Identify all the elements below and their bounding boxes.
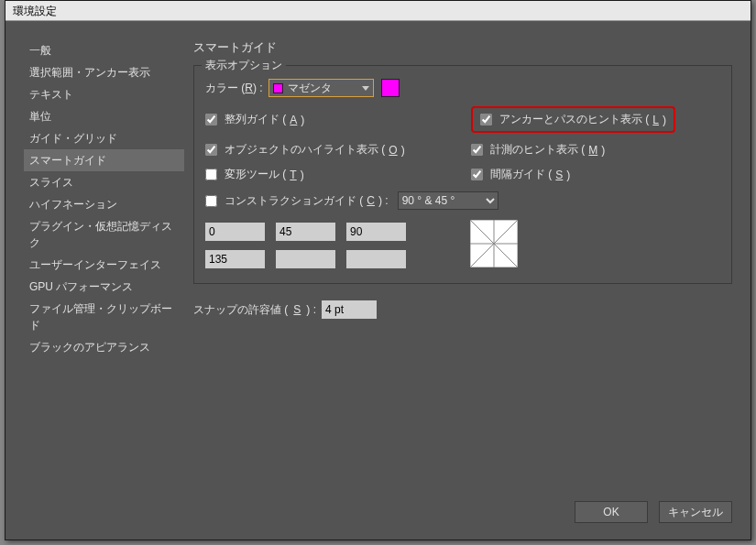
sidebar-item-gpu[interactable]: GPU パフォーマンス bbox=[24, 276, 184, 298]
color-combo-value: マゼンタ bbox=[288, 81, 332, 96]
construction-guides-checkbox[interactable]: コンストラクションガイド (C) : bbox=[205, 193, 389, 209]
color-row: カラー (R) : マゼンタ bbox=[205, 79, 720, 97]
anchor-path-hint-input[interactable] bbox=[480, 114, 492, 125]
construction-preset-combo[interactable]: 90 ° & 45 ° bbox=[398, 191, 499, 210]
color-combo[interactable]: マゼンタ bbox=[268, 79, 374, 97]
snap-label-key: S bbox=[293, 303, 301, 316]
anchor-path-hint-checkbox[interactable]: アンカーとパスのヒント表示 (L) bbox=[480, 112, 666, 127]
angle-3-input[interactable] bbox=[205, 250, 265, 268]
snap-tolerance-row: スナップの許容値 (S) : bbox=[193, 300, 732, 319]
snap-label-pre: スナップの許容値 ( bbox=[193, 302, 288, 318]
color-label-post: ) : bbox=[253, 82, 263, 94]
angle-preview bbox=[470, 220, 518, 267]
spacing-guides-input[interactable] bbox=[471, 169, 483, 180]
sidebar-item-file-clipboard[interactable]: ファイル管理・クリップボード bbox=[24, 298, 184, 336]
preferences-dialog: 環境設定 一般 選択範囲・アンカー表示 テキスト 単位 ガイド・グリッド スマー… bbox=[5, 0, 751, 540]
measure-hint-input[interactable] bbox=[471, 144, 483, 156]
angle-2-input[interactable] bbox=[346, 223, 406, 241]
construction-guides-input[interactable] bbox=[205, 195, 217, 207]
angle-5-input[interactable] bbox=[346, 250, 406, 268]
color-chip-icon bbox=[273, 83, 283, 93]
sidebar-item-slices[interactable]: スライス bbox=[24, 171, 184, 193]
angle-row bbox=[205, 219, 720, 268]
color-label-pre: カラー ( bbox=[205, 81, 245, 96]
display-options-legend: 表示オプション bbox=[202, 58, 286, 73]
sidebar-item-smart-guides[interactable]: スマートガイド bbox=[24, 149, 184, 171]
window-title: 環境設定 bbox=[13, 5, 57, 17]
angle-1-input[interactable] bbox=[276, 223, 335, 241]
title-bar: 環境設定 bbox=[5, 1, 751, 21]
object-highlight-checkbox[interactable]: オブジェクトのハイライト表示 (O) bbox=[205, 142, 405, 158]
sidebar-item-general[interactable]: 一般 bbox=[24, 39, 184, 61]
anchor-path-hint-highlight: アンカーとパスのヒント表示 (L) bbox=[471, 106, 675, 133]
panel-title: スマートガイド bbox=[193, 39, 732, 56]
align-guides-checkbox[interactable]: 整列ガイド (A) bbox=[205, 112, 304, 127]
display-options-group: 表示オプション カラー (R) : マゼンタ bbox=[193, 65, 732, 284]
sidebar-item-ui[interactable]: ユーザーインターフェイス bbox=[24, 254, 184, 276]
angle-4-input[interactable] bbox=[276, 250, 335, 268]
sidebar-item-guides-grid[interactable]: ガイド・グリッド bbox=[24, 127, 184, 149]
ok-button[interactable]: OK bbox=[575, 501, 648, 523]
sidebar-item-units[interactable]: 単位 bbox=[24, 105, 184, 127]
sidebar-item-selection-anchor[interactable]: 選択範囲・アンカー表示 bbox=[24, 61, 184, 83]
transform-tool-checkbox[interactable]: 変形ツール (T) bbox=[205, 167, 304, 182]
measure-hint-checkbox[interactable]: 計測のヒント表示 (M) bbox=[471, 142, 605, 158]
transform-tool-input[interactable] bbox=[205, 169, 217, 180]
angle-0-input[interactable] bbox=[205, 223, 265, 241]
sidebar: 一般 選択範囲・アンカー表示 テキスト 単位 ガイド・グリッド スマートガイド … bbox=[5, 21, 184, 540]
snap-label-post: ) : bbox=[306, 303, 316, 316]
angle-boxes bbox=[205, 223, 406, 268]
transform-spacing-row: 変形ツール (T) 間隔ガイド (S) bbox=[205, 167, 720, 182]
sidebar-item-black-appearance[interactable]: ブラックのアピアランス bbox=[24, 336, 184, 358]
object-measure-row: オブジェクトのハイライト表示 (O) 計測のヒント表示 (M) bbox=[205, 142, 720, 158]
main-panel: スマートガイド 表示オプション カラー (R) : マゼンタ bbox=[184, 21, 751, 540]
color-label-key: R bbox=[245, 82, 253, 94]
construction-row: コンストラクションガイド (C) : 90 ° & 45 ° bbox=[205, 191, 720, 210]
align-guides-input[interactable] bbox=[205, 114, 217, 125]
dialog-buttons: OK キャンセル bbox=[575, 501, 732, 523]
angle-preview-icon bbox=[470, 220, 518, 267]
sidebar-item-plugins-scratch[interactable]: プラグイン・仮想記憶ディスク bbox=[24, 215, 184, 254]
align-anchor-row: 整列ガイド (A) アンカーとパスのヒント表示 (L) bbox=[205, 106, 720, 133]
spacing-guides-checkbox[interactable]: 間隔ガイド (S) bbox=[471, 167, 570, 182]
color-swatch[interactable] bbox=[381, 79, 400, 97]
chevron-down-icon bbox=[362, 86, 369, 91]
sidebar-item-hyphenation[interactable]: ハイフネーション bbox=[24, 193, 184, 215]
object-highlight-input[interactable] bbox=[205, 144, 217, 156]
sidebar-item-text[interactable]: テキスト bbox=[24, 83, 184, 105]
cancel-button[interactable]: キャンセル bbox=[659, 501, 732, 523]
content: 一般 選択範囲・アンカー表示 テキスト 単位 ガイド・グリッド スマートガイド … bbox=[5, 21, 751, 540]
snap-tolerance-input[interactable] bbox=[322, 300, 377, 319]
